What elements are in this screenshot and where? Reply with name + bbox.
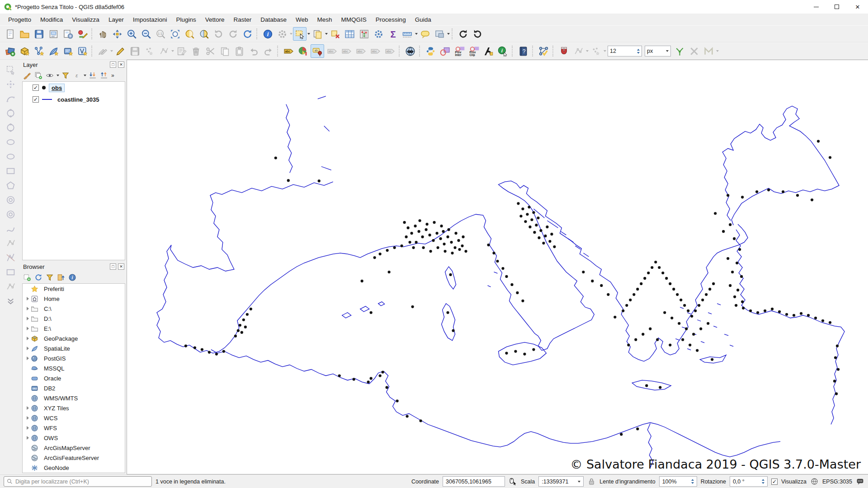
style-manager-button[interactable] xyxy=(75,27,89,41)
rotate-feature-button[interactable] xyxy=(4,92,17,105)
fill-ring-button[interactable] xyxy=(4,207,17,221)
new-spatialite-layer-button[interactable] xyxy=(47,44,60,58)
move-label-button[interactable]: abc xyxy=(354,44,368,58)
expand-arrow-icon[interactable] xyxy=(25,406,31,410)
layer-visibility-checkbox[interactable]: ✓ xyxy=(33,84,39,91)
menu-mesh[interactable]: Mesh xyxy=(313,14,337,25)
processing-toolbox-button[interactable] xyxy=(372,27,385,41)
data-source-manager-button[interactable] xyxy=(3,44,17,58)
new-shapefile-layer-button[interactable] xyxy=(32,44,46,58)
manage-map-themes-button[interactable] xyxy=(45,70,55,80)
close-button[interactable]: ✕ xyxy=(847,0,868,14)
circle-3-points-button[interactable] xyxy=(4,121,17,134)
browser-item-wms-wmts[interactable]: WMS/WMTS xyxy=(23,393,125,403)
run-feature-action-dropdown[interactable] xyxy=(290,33,292,35)
zoom-to-layer-button[interactable] xyxy=(197,27,211,41)
menu-modifica[interactable]: Modifica xyxy=(36,14,67,25)
topological-editing-button[interactable] xyxy=(673,44,686,58)
redo-button[interactable] xyxy=(261,44,275,58)
intersection-snapping-button[interactable] xyxy=(687,44,701,58)
cut-features-button[interactable] xyxy=(203,44,217,58)
regular-polygon-button[interactable] xyxy=(4,178,17,192)
new-temporary-scratch-layer-button[interactable] xyxy=(75,44,89,58)
zoom-to-selection-button[interactable] xyxy=(183,27,196,41)
save-project-button[interactable] xyxy=(32,27,46,41)
messages-icon[interactable] xyxy=(856,477,864,486)
add-group-button[interactable] xyxy=(33,70,43,80)
prev-clip-button[interactable]: PrevClip xyxy=(467,44,481,58)
filter-browser-button[interactable] xyxy=(45,272,55,282)
zoom-native-button[interactable]: 1:1 xyxy=(154,27,167,41)
new-virtual-layer-button[interactable] xyxy=(61,44,75,58)
split-features-button[interactable] xyxy=(4,251,17,264)
browser-item-postgis[interactable]: PostGIS xyxy=(23,353,125,363)
python-console-button[interactable] xyxy=(424,44,437,58)
layer-visibility-checkbox[interactable]: ✓ xyxy=(33,96,39,103)
locator-search-input[interactable]: Digita per localizzare (Ctrl+K) xyxy=(4,476,152,487)
pan-map-button[interactable] xyxy=(96,27,109,41)
new-map-view-button[interactable] xyxy=(433,27,446,41)
zoom-next-arrow-button[interactable] xyxy=(456,27,470,41)
browser-item-wcs[interactable]: WCS xyxy=(23,413,125,423)
rotation-spinbox[interactable]: 0,0 ° xyxy=(730,476,768,487)
modify-attributes-button[interactable] xyxy=(175,44,188,58)
pan-to-selection-button[interactable] xyxy=(110,27,124,41)
filter-by-expression-button[interactable]: ε xyxy=(72,70,82,80)
trace-digitizing-button[interactable] xyxy=(702,44,715,58)
browser-item-xyz-tiles[interactable]: XYZ Tiles xyxy=(23,403,125,413)
trace-digitizing-dropdown[interactable] xyxy=(716,50,719,52)
open-attribute-table-button[interactable] xyxy=(343,27,356,41)
layout-manager-button[interactable] xyxy=(61,27,75,41)
filter-legend-button[interactable] xyxy=(61,70,71,80)
browser-item-home[interactable]: Home xyxy=(23,294,125,304)
add-ring-button[interactable] xyxy=(4,193,17,206)
minimize-button[interactable] xyxy=(806,0,826,14)
open-project-button[interactable] xyxy=(18,27,31,41)
layer-panel-overflow-button[interactable]: » xyxy=(110,72,115,79)
vertex-tool-all-layers-button[interactable] xyxy=(4,280,17,293)
ellipse-extent-button[interactable] xyxy=(4,150,17,163)
layer-name[interactable]: coastline_3035 xyxy=(55,96,102,103)
browser-item-geonode[interactable]: GeoNode xyxy=(23,463,125,473)
menu-processing[interactable]: Processing xyxy=(371,14,410,25)
menu-mmqgis[interactable]: MMQGIS xyxy=(337,14,371,25)
browser-item-c-[interactable]: C:\ xyxy=(23,304,125,314)
collapse-all-tree-button[interactable] xyxy=(56,272,66,282)
merge-features-button[interactable] xyxy=(4,265,17,279)
refresh-browser-button[interactable] xyxy=(33,272,43,282)
menu-guida[interactable]: Guida xyxy=(410,14,436,25)
menu-visualizza[interactable]: Visualizza xyxy=(67,14,104,25)
expand-arrow-icon[interactable] xyxy=(25,317,31,320)
browser-item-mssql[interactable]: MSSQL xyxy=(23,363,125,373)
run-feature-action-button[interactable] xyxy=(275,27,289,41)
menu-impostazioni[interactable]: Impostazioni xyxy=(128,14,172,25)
vertex-tool-dropdown[interactable] xyxy=(171,50,174,52)
expand-arrow-icon[interactable] xyxy=(25,357,31,360)
measure-button[interactable] xyxy=(401,27,414,41)
move-feature-button[interactable] xyxy=(4,77,17,91)
layer-item-obs[interactable]: ✓obs xyxy=(23,82,125,94)
expand-arrow-icon[interactable] xyxy=(25,327,31,330)
magnifier-spinbox[interactable]: 100% xyxy=(659,476,697,487)
new-print-layout-button[interactable] xyxy=(47,27,60,41)
paste-features-button[interactable] xyxy=(232,44,246,58)
new-project-button[interactable] xyxy=(3,27,17,41)
prev-inter-button[interactable]: PrevInter xyxy=(453,44,466,58)
vertex-tool-button[interactable] xyxy=(157,44,170,58)
map-canvas[interactable]: © Salvatore Fiandaca 2019 - QGIS 3.7.0-M… xyxy=(127,60,868,474)
open-layer-styling-button[interactable] xyxy=(22,70,32,80)
browser-item-arcgismapserver[interactable]: ArcGisMapServer xyxy=(23,443,125,453)
pin-unpin-labels-button[interactable]: ab xyxy=(311,44,324,58)
browser-item-e-[interactable]: E:\ xyxy=(23,324,125,333)
snapping-on-layers-button[interactable] xyxy=(589,44,603,58)
select-tool-button[interactable] xyxy=(4,63,17,76)
snapping-mode-dropdown[interactable] xyxy=(586,50,589,52)
expand-arrow-icon[interactable] xyxy=(25,436,31,440)
identify-features-button[interactable]: i xyxy=(261,27,274,41)
add-selected-layers-button[interactable] xyxy=(22,272,32,282)
snapping-mode-button[interactable] xyxy=(571,44,585,58)
maximize-button[interactable] xyxy=(826,0,847,14)
crs-status[interactable]: EPSG:3035 xyxy=(822,479,852,485)
toggle-editing-button[interactable] xyxy=(113,44,127,58)
delete-selected-button[interactable] xyxy=(189,44,203,58)
